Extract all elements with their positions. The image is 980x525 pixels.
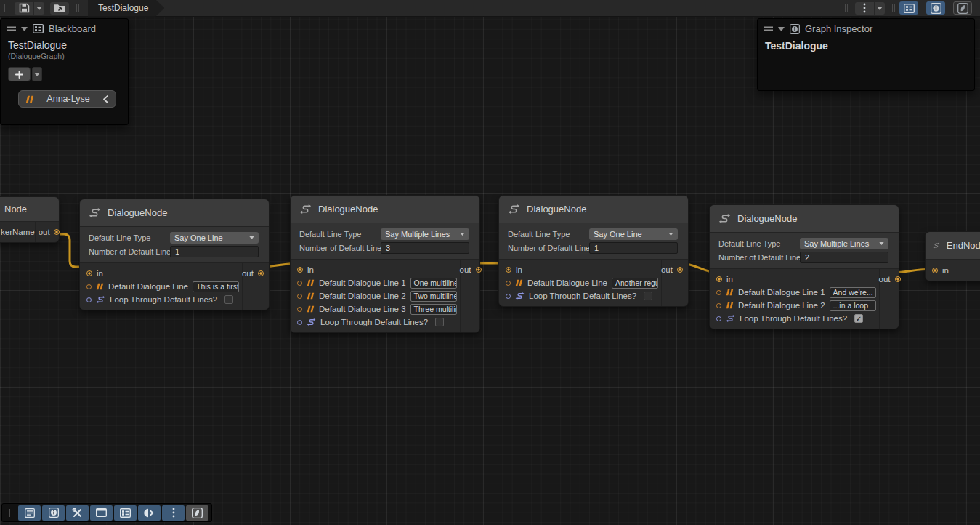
line-type-label: Default Line Type [299,230,381,239]
overlay-menu-button[interactable] [162,505,185,521]
in-port[interactable] [506,267,511,273]
dialogue-line-port[interactable] [506,281,511,286]
loop-port[interactable] [297,320,302,325]
chevron-left-icon[interactable] [102,95,109,103]
line-type-dropdown[interactable]: Say Multiple Lines [800,238,888,249]
loop-icon [96,295,105,304]
node-title: EndNode [947,240,980,251]
graph-breadcrumb-tab[interactable]: TestDialogue [88,0,164,17]
dialogue-line-input[interactable]: And we're... [830,287,876,298]
out-port[interactable] [677,267,683,273]
count-input[interactable]: 3 [381,242,469,254]
count-input[interactable]: 1 [589,242,678,254]
overflow-menu-button[interactable] [855,2,874,15]
graph-editor-canvas[interactable]: { "top_toolbar": { "tab_label": "TestDia… [0,0,980,525]
save-button[interactable] [15,2,33,15]
in-port[interactable] [932,268,938,273]
in-port[interactable] [297,267,303,273]
toolbar-drag-handle[interactable] [76,4,79,12]
toggle-info-panel-button[interactable] [42,505,65,521]
dialogue-node-1[interactable]: DialogueNode Default Line Type Say One L… [79,199,270,310]
loop-checkbox[interactable] [224,295,233,304]
toggle-blackboard-button[interactable] [899,1,918,15]
dialogue-line-input[interactable]: ...in a loop [830,300,876,311]
toggle-flow-preview-button[interactable] [138,505,161,521]
dialogue-node-3[interactable]: DialogueNode Default Line Type Say One L… [498,195,689,307]
out-port-label: out [242,269,254,278]
line-type-dropdown[interactable]: Say One Line [170,232,259,244]
node-properties: Default Line Type Say Multiple Lines Num… [291,223,479,259]
dialogue-node-4[interactable]: DialogueNode Default Line Type Say Multi… [709,204,899,329]
count-label: Number of Default Lines [299,244,381,252]
node-title-bar: DialogueNode [80,199,269,227]
out-port[interactable] [258,270,264,276]
blackboard-graph-name: TestDialogue [1,37,128,51]
out-port[interactable] [54,229,60,235]
quote-icon [726,302,734,309]
loop-port[interactable] [86,297,92,302]
toolbar-drag-handle[interactable] [892,4,895,12]
dialogue-line-port[interactable] [297,294,302,299]
dialogue-line-port[interactable] [297,281,302,286]
loop-port[interactable] [716,316,721,321]
dialogue-line-port[interactable] [86,284,92,289]
tools-icon [72,508,83,518]
dialogue-line-port[interactable] [716,303,721,308]
dialogue-line-input[interactable]: Two multiline [410,291,457,302]
quote-icon [25,95,34,103]
blackboard-header: Blackboard [1,19,128,37]
blackboard-variable-anna-lyse[interactable]: Anna-Lyse [18,90,116,108]
loop-checkbox[interactable] [644,292,652,300]
loop-checkbox[interactable] [435,318,444,326]
end-node[interactable]: EndNode in [925,231,980,281]
add-variable-caret-button[interactable] [32,67,42,81]
overflow-caret-button[interactable] [875,2,885,15]
open-folder-icon [54,4,65,13]
line-type-dropdown[interactable]: Say One Line [589,228,678,240]
out-port[interactable] [476,267,482,273]
drag-handle-icon[interactable] [7,26,16,31]
toggle-document-panel-button[interactable] [18,505,41,521]
toggle-preview-button[interactable] [953,1,972,15]
dialogue-flow-icon [508,204,520,215]
window-icon [96,508,107,517]
loop-checkbox[interactable]: ✓ [854,314,863,323]
toggle-window-panel-button[interactable] [90,505,113,521]
in-port[interactable] [716,276,722,282]
dialogue-node-2[interactable]: DialogueNode Default Line Type Say Multi… [290,195,480,333]
count-label: Number of Default Lines [718,253,800,262]
node-title-bar: DialogueNode [291,196,479,223]
toggle-tools-panel-button[interactable] [66,505,89,521]
partial-speaker-node[interactable]: Node kerName out [0,196,60,243]
loop-port[interactable] [506,294,511,299]
toolbar-drag-handle[interactable] [845,4,848,12]
node-title: DialogueNode [318,204,378,215]
toolbar-drag-handle[interactable] [9,509,12,517]
collapse-caret-icon[interactable] [778,27,785,31]
main-toolbar: TestDialogue [0,0,980,17]
line-type-dropdown[interactable]: Say Multiple Lines [381,228,469,240]
count-input[interactable]: 2 [800,252,888,263]
drag-handle-icon[interactable] [764,26,773,31]
count-input[interactable]: 1 [170,246,259,257]
dialogue-line-input[interactable]: Another regu [612,278,658,289]
toggle-blackboard-panel-button[interactable] [114,505,137,521]
dialogue-line-port[interactable] [297,307,302,312]
open-folder-button[interactable] [50,2,69,15]
toggle-inspector-button[interactable] [926,1,945,15]
variable-name: Anna-Lyse [34,94,102,104]
in-port[interactable] [86,270,92,276]
collapse-caret-icon[interactable] [21,27,28,31]
in-port-label: in [942,266,949,275]
add-variable-button[interactable] [8,67,31,81]
out-port-label: out [661,265,673,274]
dialogue-line-input[interactable]: This is a first [193,281,239,292]
dialogue-line-input[interactable]: Three multilin [410,304,457,315]
dialogue-line-input[interactable]: One multiline [410,278,457,289]
toolbar-drag-handle[interactable] [4,4,7,12]
toggle-quill-overlay-button[interactable] [186,505,208,521]
node-title-bar: DialogueNode [499,196,688,223]
dialogue-line-port[interactable] [716,290,721,295]
save-dropdown-button[interactable] [34,2,44,15]
out-port[interactable] [895,276,901,282]
